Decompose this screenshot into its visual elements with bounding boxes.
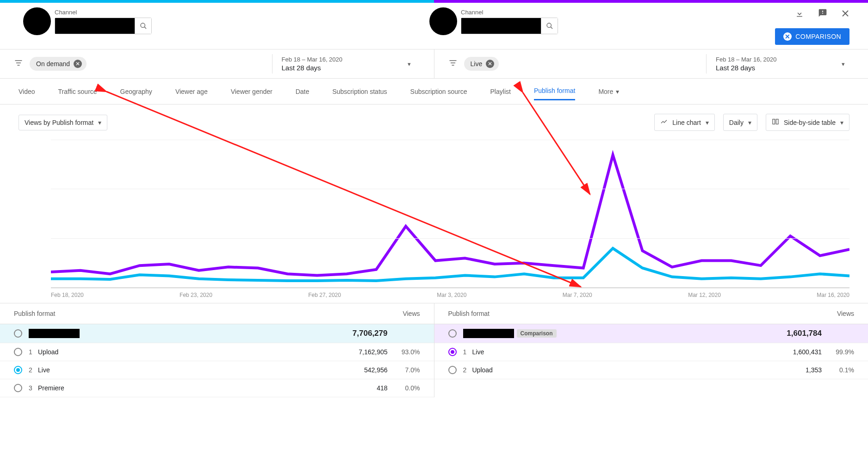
tab-more[interactable]: More▾ xyxy=(598,83,619,100)
filter-chip-live[interactable]: Live ✕ xyxy=(464,57,499,71)
channel-label: Channel xyxy=(461,9,558,16)
date-range-picker-left[interactable]: Feb 18 – Mar 16, 2020 Last 28 days ▾ xyxy=(272,54,420,74)
chevron-down-icon: ▾ xyxy=(840,119,843,126)
radio-unselected[interactable] xyxy=(14,329,22,338)
close-icon[interactable]: ✕ xyxy=(74,60,82,68)
metric-label: Views by Publish format xyxy=(25,119,93,126)
x-tick: Mar 12, 2020 xyxy=(688,292,721,298)
table-total-row[interactable]: 7,706,279 xyxy=(0,324,434,343)
x-tick: Mar 7, 2020 xyxy=(563,292,592,298)
y-tick: 100.0K xyxy=(0,235,47,242)
row-rank: 3 xyxy=(29,384,38,392)
svg-line-1 xyxy=(144,27,146,29)
radio[interactable] xyxy=(448,366,457,374)
chart-type-selector[interactable]: Line chart ▾ xyxy=(654,114,714,131)
row-value: 542,956 xyxy=(341,366,388,374)
row-rank: 2 xyxy=(29,366,38,374)
tab-geography[interactable]: Geography xyxy=(120,83,152,100)
table-header-metric: Views xyxy=(403,310,420,317)
chevron-down-icon: ▾ xyxy=(706,119,709,126)
table-header-label: Publish format xyxy=(448,310,490,317)
close-icon[interactable]: ✕ xyxy=(486,60,494,68)
table-row[interactable]: 1Upload7,162,90593.0% xyxy=(0,343,434,361)
row-rank: 1 xyxy=(463,348,472,356)
chip-label: On demand xyxy=(36,60,70,68)
table-row[interactable]: 2Upload1,3530.1% xyxy=(434,361,868,379)
row-label: Live xyxy=(38,366,50,374)
radio-unselected[interactable] xyxy=(448,329,457,338)
filter-icon[interactable] xyxy=(14,58,23,70)
table-mode-selector[interactable]: Side-by-side table ▾ xyxy=(766,114,849,131)
x-tick: Feb 18, 2020 xyxy=(51,292,84,298)
tab-video[interactable]: Video xyxy=(19,83,35,100)
filter-icon[interactable] xyxy=(448,58,458,70)
metric-selector[interactable]: Views by Publish format ▾ xyxy=(19,115,107,130)
date-preset-label: Last 28 days xyxy=(282,64,343,72)
row-percent: 7.0% xyxy=(392,366,420,374)
side-by-side-icon xyxy=(772,118,779,127)
chevron-down-icon: ▾ xyxy=(98,119,101,126)
filters-row: On demand ✕ Feb 18 – Mar 16, 2020 Last 2… xyxy=(0,49,868,79)
table-total-row[interactable]: Comparison 1,601,784 xyxy=(434,324,868,343)
table-header-label: Publish format xyxy=(14,310,55,317)
granularity-selector[interactable]: Daily ▾ xyxy=(723,114,757,131)
radio[interactable] xyxy=(14,366,22,374)
row-percent: 93.0% xyxy=(392,348,420,356)
row-label: Premiere xyxy=(38,384,64,392)
tab-playlist[interactable]: Playlist xyxy=(490,83,511,100)
total-views: 7,706,279 xyxy=(341,329,388,338)
row-rank: 2 xyxy=(463,366,472,374)
tab-subscription-source[interactable]: Subscription source xyxy=(410,83,467,100)
search-icon[interactable] xyxy=(541,18,558,34)
header-actions xyxy=(795,8,849,20)
table-row[interactable]: 1Live1,600,43199.9% xyxy=(434,343,868,361)
tab-viewer-age[interactable]: Viewer age xyxy=(175,83,208,100)
tab-subscription-status[interactable]: Subscription status xyxy=(332,83,387,100)
date-range-text: Feb 18 – Mar 16, 2020 xyxy=(716,56,777,63)
right-channel-block: Channel xyxy=(429,7,558,35)
granularity-label: Daily xyxy=(729,119,744,126)
table-header: Publish format Views xyxy=(434,303,868,324)
channel-name-redacted xyxy=(461,18,541,34)
close-icon[interactable] xyxy=(841,8,849,20)
chart-series xyxy=(51,155,849,276)
date-range-text: Feb 18 – Mar 16, 2020 xyxy=(282,56,343,63)
table-row[interactable]: 3Premiere4180.0% xyxy=(0,379,434,397)
filter-chip-on-demand[interactable]: On demand ✕ xyxy=(30,57,87,71)
header: Channel Channel xyxy=(0,3,868,49)
channel-name-redacted xyxy=(29,329,80,338)
tab-traffic-source[interactable]: Traffic source xyxy=(58,83,97,100)
row-percent: 0.0% xyxy=(392,384,420,392)
download-icon[interactable] xyxy=(795,8,804,20)
comparison-button-label: COMPARISON xyxy=(795,33,841,40)
svg-line-3 xyxy=(551,27,552,29)
chart-type-label: Line chart xyxy=(672,119,701,126)
channel-search-left[interactable] xyxy=(55,18,152,34)
row-value: 418 xyxy=(341,384,388,392)
close-comparison-icon[interactable]: ✕ xyxy=(783,32,792,41)
row-rank: 1 xyxy=(29,348,38,356)
feedback-icon[interactable] xyxy=(818,8,827,20)
radio[interactable] xyxy=(14,384,22,392)
table-row[interactable]: 2Live542,9567.0% xyxy=(0,361,434,379)
search-icon[interactable] xyxy=(135,18,151,34)
channel-search-right[interactable] xyxy=(461,18,558,34)
tab-viewer-gender[interactable]: Viewer gender xyxy=(231,83,273,100)
tab-publish-format[interactable]: Publish format xyxy=(534,82,575,100)
chart-x-axis: Feb 18, 2020Feb 23, 2020Feb 27, 2020Mar … xyxy=(51,288,849,298)
chart-plot-area[interactable]: 0100.0K200.0K300.0K xyxy=(51,140,849,288)
row-label: Upload xyxy=(38,348,58,356)
chevron-down-icon: ▾ xyxy=(408,61,411,68)
table-mode-label: Side-by-side table xyxy=(784,119,836,126)
radio[interactable] xyxy=(14,348,22,356)
row-percent: 99.9% xyxy=(826,348,854,356)
comparison-button[interactable]: ✕ COMPARISON xyxy=(775,28,849,45)
date-range-picker-right[interactable]: Feb 18 – Mar 16, 2020 Last 28 days ▾ xyxy=(706,54,854,74)
line-chart-icon xyxy=(660,118,668,127)
tab-date[interactable]: Date xyxy=(296,83,310,100)
row-label: Live xyxy=(472,348,484,356)
y-tick: 300.0K xyxy=(0,137,47,143)
radio[interactable] xyxy=(448,348,457,356)
row-value: 1,600,431 xyxy=(775,348,822,356)
svg-rect-7 xyxy=(776,119,778,124)
